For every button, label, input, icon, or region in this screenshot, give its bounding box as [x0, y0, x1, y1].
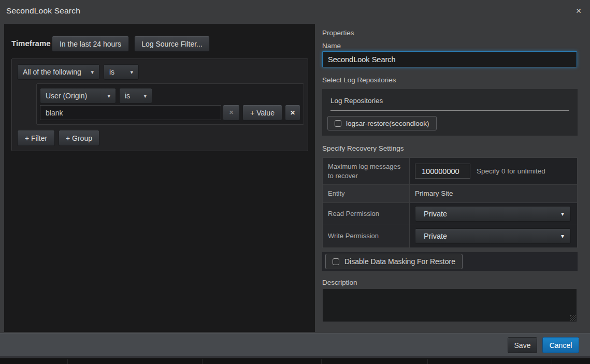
repo-item-label: logsar-restore(secondlook) — [346, 120, 429, 127]
save-button[interactable]: Save — [508, 337, 537, 353]
remove-icon: ✕ — [229, 109, 234, 116]
max-messages-hint: Specify 0 for unlimited — [477, 167, 545, 175]
disable-data-masking-label: Disable Data Masking For Restore — [344, 257, 455, 266]
background-table-divider — [321, 359, 322, 364]
recovery-settings-heading: Specify Recovery Settings — [322, 144, 404, 152]
dialog-title: SecondLook Search — [6, 6, 80, 16]
add-value-button[interactable]: + Value — [242, 105, 282, 121]
entity-value: Primary Site — [415, 190, 453, 197]
background-page-strip — [0, 359, 590, 364]
close-icon: ✕ — [575, 7, 582, 15]
footer-bar: Save Cancel — [0, 333, 590, 356]
add-group-button[interactable]: + Group — [59, 130, 99, 146]
remove-value-button[interactable]: ✕ — [223, 105, 240, 121]
name-label: Name — [322, 42, 341, 50]
read-permission-dropdown[interactable]: Private ▾ — [415, 206, 571, 222]
timeframe-label: Timeframe — [11, 39, 51, 48]
name-input[interactable] — [322, 51, 577, 67]
table-row-read-permission: Read Permission Private ▾ — [323, 203, 577, 225]
chevron-down-icon: ▾ — [561, 233, 564, 239]
background-table-divider — [202, 359, 203, 364]
table-row-max-messages: Maximum log messages to recover Specify … — [323, 158, 577, 185]
max-messages-cell: Specify 0 for unlimited — [410, 158, 577, 184]
write-permission-label: Write Permission — [323, 225, 410, 247]
rule-value-input[interactable] — [40, 105, 221, 120]
read-permission-cell: Private ▾ — [410, 203, 577, 225]
background-table-divider — [427, 359, 428, 364]
read-permission-value: Private — [424, 210, 447, 218]
checkbox-icon — [333, 258, 339, 265]
rule-field-value: User (Origin) — [46, 92, 87, 100]
background-table-divider — [552, 359, 552, 364]
entity-label: Entity — [323, 185, 410, 202]
max-messages-label: Maximum log messages to recover — [323, 158, 410, 184]
max-messages-input[interactable] — [415, 164, 470, 179]
description-textarea[interactable] — [322, 288, 577, 322]
separator — [330, 110, 569, 111]
table-row-write-permission: Write Permission Private ▾ — [323, 225, 577, 247]
data-masking-strip: Disable Data Masking For Restore — [322, 252, 578, 271]
read-permission-label: Read Permission — [323, 203, 410, 225]
write-permission-value: Private — [424, 232, 447, 240]
select-log-repositories-heading: Select Log Repositories — [322, 76, 396, 84]
filter-group-box: All of the following ▾ is ▾ User (Origin… — [11, 59, 308, 151]
background-table-divider — [67, 359, 68, 364]
checkbox-icon — [335, 120, 341, 127]
group-condition-value: is — [109, 68, 114, 76]
properties-heading: Properties — [322, 29, 354, 37]
cancel-button[interactable]: Cancel — [542, 337, 579, 353]
filter-rule-box: User (Origin) ▾ is ▾ ✕ + Value ✕ — [36, 83, 304, 125]
rule-condition-value: is — [125, 92, 130, 100]
rule-field-dropdown[interactable]: User (Origin) ▾ — [40, 88, 116, 104]
secondlook-search-dialog: SecondLook Search ✕ Timeframe In the las… — [0, 0, 590, 358]
chevron-down-icon: ▾ — [107, 93, 110, 99]
log-repositories-title: Log Repositories — [330, 97, 383, 105]
add-filter-button[interactable]: + Filter — [17, 130, 55, 146]
close-button[interactable]: ✕ — [572, 5, 585, 17]
screen: SecondLook Search ✕ Timeframe In the las… — [0, 0, 590, 364]
chevron-down-icon: ▾ — [561, 211, 564, 217]
write-permission-cell: Private ▾ — [410, 225, 577, 247]
group-condition-dropdown[interactable]: is ▾ — [104, 64, 139, 80]
description-label: Description — [322, 279, 357, 286]
remove-filter-button[interactable]: ✕ — [285, 105, 300, 121]
log-source-filter-button[interactable]: Log Source Filter... — [134, 36, 210, 52]
timeframe-button[interactable]: In the last 24 hours — [52, 36, 129, 52]
remove-icon: ✕ — [290, 109, 295, 117]
table-row-entity: Entity Primary Site — [323, 185, 577, 203]
title-bar: SecondLook Search — [0, 0, 590, 22]
filter-panel: Timeframe In the last 24 hours Log Sourc… — [4, 24, 315, 332]
chevron-down-icon: ▾ — [143, 93, 147, 99]
entity-cell: Primary Site — [410, 185, 577, 202]
group-operator-dropdown[interactable]: All of the following ▾ — [17, 64, 99, 80]
log-repositories-panel: Log Repositories logsar-restore(secondlo… — [322, 89, 578, 136]
chevron-down-icon: ▾ — [91, 69, 94, 75]
disable-data-masking-checkbox[interactable]: Disable Data Masking For Restore — [325, 254, 463, 269]
group-operator-value: All of the following — [23, 68, 81, 76]
rule-condition-dropdown[interactable]: is ▾ — [119, 88, 152, 104]
chevron-down-icon: ▾ — [130, 69, 133, 75]
recovery-settings-table: Maximum log messages to recover Specify … — [322, 157, 578, 248]
write-permission-dropdown[interactable]: Private ▾ — [415, 228, 571, 244]
repo-item-logsar-restore[interactable]: logsar-restore(secondlook) — [327, 116, 437, 130]
